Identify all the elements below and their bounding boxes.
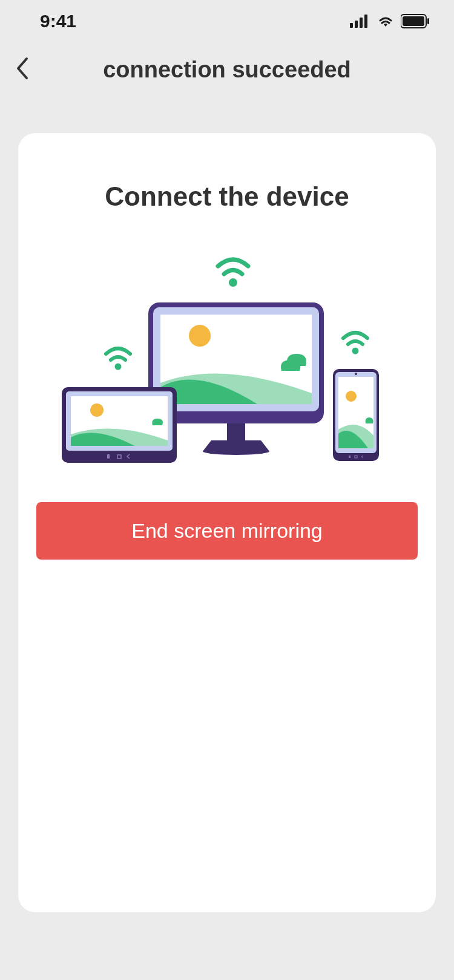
status-icons	[350, 14, 430, 28]
wifi-signal-icon	[218, 260, 248, 287]
wifi-signal-icon	[343, 333, 367, 354]
cellular-signal-icon	[350, 15, 370, 28]
wifi-icon	[377, 15, 395, 28]
svg-rect-5	[403, 16, 424, 26]
end-mirroring-button[interactable]: End screen mirroring	[36, 502, 418, 560]
svg-point-25	[346, 391, 357, 402]
svg-rect-20	[107, 454, 110, 459]
header: connection succeeded	[0, 42, 454, 97]
main-card: Connect the device	[18, 133, 436, 912]
mirroring-devices-illustration	[58, 248, 396, 466]
devices-illustration	[36, 248, 418, 466]
status-time: 9:41	[40, 11, 76, 31]
card-title: Connect the device	[36, 181, 418, 212]
svg-point-9	[352, 348, 359, 354]
status-bar: 9:41	[0, 0, 454, 42]
svg-rect-1	[355, 21, 358, 28]
svg-rect-6	[427, 18, 429, 24]
svg-point-26	[355, 373, 357, 375]
svg-rect-2	[360, 18, 363, 28]
svg-point-13	[189, 325, 211, 347]
phone-device-icon	[333, 369, 379, 461]
svg-point-15	[203, 448, 269, 455]
svg-rect-14	[227, 423, 245, 440]
svg-point-8	[115, 364, 122, 370]
svg-rect-27	[349, 456, 350, 458]
back-button[interactable]	[15, 56, 29, 83]
tablet-device-icon	[62, 387, 177, 463]
svg-point-19	[90, 403, 104, 417]
svg-point-7	[229, 278, 237, 287]
svg-rect-0	[350, 23, 353, 28]
wifi-signal-icon	[106, 348, 130, 370]
battery-icon	[401, 14, 430, 28]
chevron-left-icon	[15, 56, 29, 80]
svg-rect-3	[364, 15, 367, 28]
page-title: connection succeeded	[15, 57, 439, 83]
